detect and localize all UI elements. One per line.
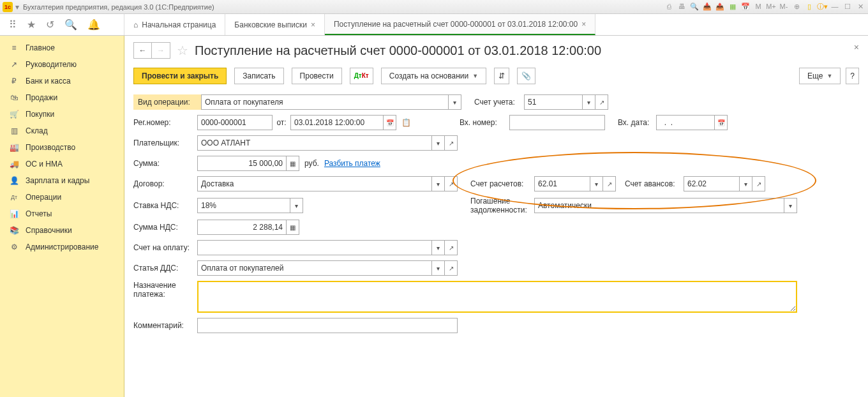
print-icon[interactable]: 🖶	[677, 1, 687, 11]
tab-home[interactable]: ⌂ Начальная страница	[124, 14, 225, 35]
calculator-icon[interactable]: ▦	[728, 1, 738, 11]
panel-icon[interactable]: ▯	[804, 1, 814, 11]
sidebar-item-operations[interactable]: ДтОперации	[0, 189, 124, 206]
sidebar-item-admin[interactable]: ⚙Администрирование	[0, 239, 124, 255]
tab-label: Начальная страница	[142, 20, 216, 29]
close-icon[interactable]: ✕	[855, 1, 865, 11]
payer-field[interactable]	[197, 135, 432, 151]
forward-button[interactable]: →	[152, 43, 170, 58]
close-icon[interactable]: ×	[854, 42, 859, 52]
sidebar-item-reports[interactable]: 📊Отчеты	[0, 206, 124, 222]
split-payment-link[interactable]: Разбить платеж	[324, 159, 380, 168]
dropdown-icon[interactable]: ▾	[290, 198, 303, 213]
tool-icon[interactable]: 🔍	[689, 1, 700, 11]
tool-icon[interactable]: ⎙	[664, 1, 674, 11]
calendar-icon[interactable]: 📅	[384, 115, 396, 130]
structure-button[interactable]: ⇵	[494, 68, 509, 84]
search-icon[interactable]: 🔍	[64, 19, 77, 31]
back-button[interactable]: ←	[134, 43, 152, 58]
sidebar-item-production[interactable]: 🏭Производство	[0, 139, 124, 156]
tool-mminus-icon[interactable]: M-	[779, 1, 789, 11]
create-based-button[interactable]: Создать на основании▼	[381, 68, 486, 84]
settle-acc-field[interactable]	[534, 176, 590, 191]
open-icon[interactable]: ↗	[445, 260, 458, 276]
apps-icon[interactable]: ⠿	[9, 19, 17, 31]
zoom-icon[interactable]: ⊕	[791, 1, 802, 11]
in-num-field[interactable]	[509, 115, 605, 130]
maximize-icon[interactable]: ☐	[842, 1, 853, 11]
dropdown-icon[interactable]: ▾	[432, 176, 445, 191]
form-area: Вид операции: ▾ Счет учета: ▾ ↗ Рег.номе…	[133, 94, 859, 333]
caret-down-icon: ▼	[827, 73, 832, 79]
post-button[interactable]: Провести	[292, 68, 342, 84]
in-date-field[interactable]	[656, 115, 715, 130]
dropdown-icon[interactable]: ▾	[432, 260, 445, 276]
star-icon[interactable]: ★	[27, 19, 36, 31]
close-icon[interactable]: ×	[581, 20, 586, 29]
tab-receipt[interactable]: Поступление на расчетный счет 0000-00000…	[325, 14, 595, 35]
sidebar-item-sales[interactable]: 🛍Продажи	[0, 89, 124, 106]
sidebar-item-manager[interactable]: ↗Руководителю	[0, 56, 124, 73]
tool-icon[interactable]: 📥	[702, 1, 712, 11]
dropdown-icon[interactable]: ▾	[784, 198, 797, 213]
sidebar-item-assets[interactable]: 🚚ОС и НМА	[0, 156, 124, 172]
tool-mplus-icon[interactable]: M+	[766, 1, 776, 11]
calendar-icon[interactable]: 📅	[740, 1, 751, 11]
open-icon[interactable]: ↗	[603, 176, 616, 191]
post-close-button[interactable]: Провести и закрыть	[133, 68, 227, 84]
minimize-icon[interactable]: —	[830, 1, 840, 11]
info-icon[interactable]: ⓘ▾	[817, 1, 827, 11]
contract-field[interactable]	[197, 176, 432, 191]
dropdown-icon[interactable]: ▾	[590, 176, 603, 191]
help-button[interactable]: ?	[846, 68, 859, 84]
dropdown-icon[interactable]: ▾	[432, 135, 445, 151]
attach-button[interactable]: 📎	[517, 68, 535, 84]
debt-field[interactable]	[534, 198, 784, 213]
dropdown-icon[interactable]: ▾	[449, 94, 461, 110]
sidebar-item-main[interactable]: ≡Главное	[0, 40, 124, 56]
sidebar-item-catalogs[interactable]: 📚Справочники	[0, 222, 124, 239]
open-icon[interactable]: ↗	[752, 176, 765, 191]
close-icon[interactable]: ×	[311, 20, 315, 29]
button-label: Еще	[807, 71, 823, 80]
history-icon[interactable]: ↺	[46, 19, 54, 31]
sidebar-item-payroll[interactable]: 👤Зарплата и кадры	[0, 172, 124, 189]
favorite-star-icon[interactable]: ☆	[177, 43, 188, 58]
sidebar-item-warehouse[interactable]: ▥Склад	[0, 123, 124, 139]
tab-bank-statements[interactable]: Банковские выписки ×	[225, 14, 325, 35]
dds-field[interactable]	[197, 260, 432, 276]
tool-icon[interactable]: 📤	[715, 1, 725, 11]
dropdown-icon[interactable]: ▾	[15, 3, 19, 11]
account-field[interactable]	[524, 94, 583, 110]
sum-field[interactable]	[197, 156, 287, 171]
purpose-textarea[interactable]	[197, 281, 797, 313]
vat-rate-field[interactable]	[197, 198, 290, 213]
open-icon[interactable]: ↗	[595, 94, 608, 110]
open-icon[interactable]: ↗	[445, 135, 458, 151]
calendar-icon[interactable]: 📅	[715, 115, 728, 130]
save-button[interactable]: Записать	[234, 68, 283, 84]
sidebar-item-purchases[interactable]: 🛒Покупки	[0, 106, 124, 123]
dt-kt-button[interactable]: ДтКт	[350, 68, 373, 84]
sidebar-item-bank[interactable]: ₽Банк и касса	[0, 73, 124, 89]
dropdown-icon[interactable]: ▾	[583, 94, 595, 110]
dropdown-icon[interactable]: ▾	[432, 240, 445, 255]
op-type-field[interactable]	[201, 94, 449, 110]
calculator-icon[interactable]: ▦	[287, 220, 299, 235]
invoice-field[interactable]	[197, 240, 432, 255]
advance-acc-field[interactable]	[684, 176, 740, 191]
calculator-icon[interactable]: ▦	[287, 156, 299, 171]
currency-label: руб.	[304, 159, 319, 168]
vat-sum-field[interactable]	[197, 220, 287, 235]
date-field[interactable]	[290, 115, 384, 130]
open-icon[interactable]: ↗	[445, 176, 458, 191]
more-button[interactable]: Еще▼	[799, 68, 841, 84]
regnum-field[interactable]	[197, 115, 273, 130]
comment-field[interactable]	[197, 318, 458, 333]
invoice-label: Счет на оплату:	[133, 243, 197, 252]
dropdown-icon[interactable]: ▾	[740, 176, 752, 191]
tool-m-icon[interactable]: M	[753, 1, 763, 11]
bell-icon[interactable]: 🔔	[87, 19, 100, 31]
topbar-tools: ⠿ ★ ↺ 🔍 🔔	[0, 14, 124, 35]
open-icon[interactable]: ↗	[445, 240, 458, 255]
